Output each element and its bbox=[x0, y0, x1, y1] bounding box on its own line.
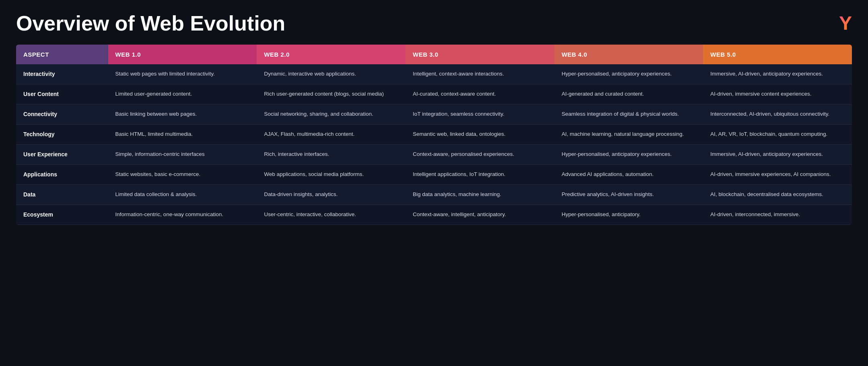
cell-web4: AI, machine learning, natural language p… bbox=[554, 125, 703, 145]
aspect-label: Connectivity bbox=[16, 104, 108, 125]
cell-web4: Advanced AI applications, automation. bbox=[554, 165, 703, 185]
cell-web5: Immersive, AI-driven, anticipatory exper… bbox=[703, 145, 852, 165]
logo: Y bbox=[839, 12, 852, 34]
comparison-table: ASPECT WEB 1.0 WEB 2.0 WEB 3.0 WEB 4.0 W… bbox=[16, 45, 852, 225]
cell-web3: Context-aware, personalised experiences. bbox=[405, 145, 554, 165]
cell-web4: Hyper-personalised, anticipatory experie… bbox=[554, 145, 703, 165]
cell-web1: Basic HTML, limited multimedia. bbox=[108, 125, 257, 145]
cell-web4: Predictive analytics, AI-driven insights… bbox=[554, 185, 703, 205]
cell-web4: Seamless integration of digital & physic… bbox=[554, 104, 703, 125]
col-header-web3: WEB 3.0 bbox=[405, 45, 554, 64]
page-title: Overview of Web Evolution bbox=[16, 12, 285, 35]
cell-web2: Data-driven insights, analytics. bbox=[257, 185, 405, 205]
table-row: User ContentLimited user-generated conte… bbox=[16, 84, 852, 104]
cell-web1: Simple, information-centric interfaces bbox=[108, 145, 257, 165]
cell-web1: Information-centric, one-way communicati… bbox=[108, 205, 257, 225]
cell-web3: Intelligent applications, IoT integratio… bbox=[405, 165, 554, 185]
cell-web2: User-centric, interactive, collaborative… bbox=[257, 205, 405, 225]
cell-web2: Social networking, sharing, and collabor… bbox=[257, 104, 405, 125]
cell-web4: Hyper-personalised, anticipatory experie… bbox=[554, 64, 703, 84]
cell-web5: AI, AR, VR, IoT, blockchain, quantum com… bbox=[703, 125, 852, 145]
cell-web2: Web applications, social media platforms… bbox=[257, 165, 405, 185]
col-header-web1: WEB 1.0 bbox=[108, 45, 257, 64]
col-header-web2: WEB 2.0 bbox=[257, 45, 405, 64]
cell-web4: Hyper-personalised, anticipatory. bbox=[554, 205, 703, 225]
table-body: InteractivityStatic web pages with limit… bbox=[16, 64, 852, 225]
cell-web5: Immersive, AI-driven, anticipatory exper… bbox=[703, 64, 852, 84]
cell-web1: Limited user-generated content. bbox=[108, 84, 257, 104]
table-row: ApplicationsStatic websites, basic e-com… bbox=[16, 165, 852, 185]
table-row: DataLimited data collection & analysis.D… bbox=[16, 185, 852, 205]
cell-web3: Big data analytics, machine learning. bbox=[405, 185, 554, 205]
cell-web3: Context-aware, intelligent, anticipatory… bbox=[405, 205, 554, 225]
table-header-row: ASPECT WEB 1.0 WEB 2.0 WEB 3.0 WEB 4.0 W… bbox=[16, 45, 852, 64]
cell-web5: AI-driven, interconnected, immersive. bbox=[703, 205, 852, 225]
col-header-aspect: ASPECT bbox=[16, 45, 108, 64]
cell-web5: AI-driven, immersive content experiences… bbox=[703, 84, 852, 104]
cell-web2: Rich user-generated content (blogs, soci… bbox=[257, 84, 405, 104]
col-header-web4: WEB 4.0 bbox=[554, 45, 703, 64]
table-row: User ExperienceSimple, information-centr… bbox=[16, 145, 852, 165]
cell-web3: IoT integration, seamless connectivity. bbox=[405, 104, 554, 125]
col-header-web5: WEB 5.0 bbox=[703, 45, 852, 64]
aspect-label: Ecosystem bbox=[16, 205, 108, 225]
cell-web1: Static web pages with limited interactiv… bbox=[108, 64, 257, 84]
table-row: ConnectivityBasic linking between web pa… bbox=[16, 104, 852, 125]
cell-web2: Dynamic, interactive web applications. bbox=[257, 64, 405, 84]
cell-web1: Static websites, basic e-commerce. bbox=[108, 165, 257, 185]
page-header: Overview of Web Evolution Y bbox=[16, 12, 852, 35]
table-row: EcosystemInformation-centric, one-way co… bbox=[16, 205, 852, 225]
cell-web4: AI-generated and curated content. bbox=[554, 84, 703, 104]
comparison-table-wrapper: ASPECT WEB 1.0 WEB 2.0 WEB 3.0 WEB 4.0 W… bbox=[16, 45, 852, 225]
cell-web1: Limited data collection & analysis. bbox=[108, 185, 257, 205]
cell-web2: Rich, interactive interfaces. bbox=[257, 145, 405, 165]
cell-web3: Semantic web, linked data, ontologies. bbox=[405, 125, 554, 145]
aspect-label: Interactivity bbox=[16, 64, 108, 84]
aspect-label: User Content bbox=[16, 84, 108, 104]
aspect-label: Applications bbox=[16, 165, 108, 185]
cell-web3: Intelligent, context-aware interactions. bbox=[405, 64, 554, 84]
aspect-label: User Experience bbox=[16, 145, 108, 165]
cell-web1: Basic linking between web pages. bbox=[108, 104, 257, 125]
aspect-label: Data bbox=[16, 185, 108, 205]
cell-web5: AI, blockchain, decentralised data ecosy… bbox=[703, 185, 852, 205]
cell-web5: AI-driven, immersive experiences, AI com… bbox=[703, 165, 852, 185]
aspect-label: Technology bbox=[16, 125, 108, 145]
cell-web5: Interconnected, AI-driven, ubiquitous co… bbox=[703, 104, 852, 125]
cell-web2: AJAX, Flash, multimedia-rich content. bbox=[257, 125, 405, 145]
table-row: InteractivityStatic web pages with limit… bbox=[16, 64, 852, 84]
table-row: TechnologyBasic HTML, limited multimedia… bbox=[16, 125, 852, 145]
cell-web3: AI-curated, context-aware content. bbox=[405, 84, 554, 104]
